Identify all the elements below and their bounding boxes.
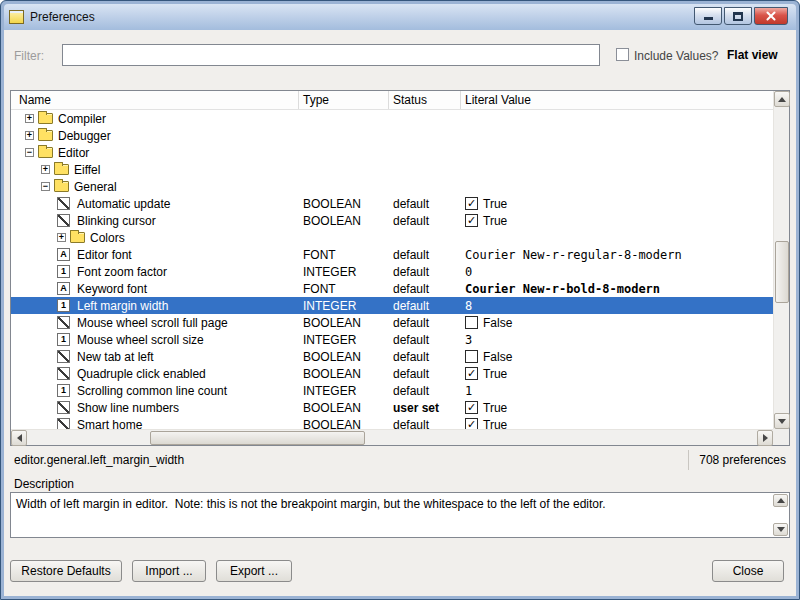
- checked-checkbox-icon[interactable]: [465, 214, 478, 227]
- checked-checkbox-icon[interactable]: [465, 367, 478, 380]
- int-pref-icon: 1: [57, 299, 70, 312]
- titlebar[interactable]: Preferences: [4, 4, 796, 30]
- row-name: Automatic update: [76, 197, 170, 211]
- row-status: default: [389, 297, 461, 314]
- name-cell: Smart home: [11, 416, 299, 429]
- row-value: True: [461, 365, 773, 382]
- unchecked-checkbox-icon[interactable]: [465, 350, 478, 363]
- checked-checkbox-icon[interactable]: [465, 197, 478, 210]
- tree-row[interactable]: −General: [11, 178, 773, 195]
- tree-row[interactable]: Smart homeBOOLEANdefaultTrue: [11, 416, 773, 429]
- row-status: default: [389, 263, 461, 280]
- vertical-scrollbar-thumb[interactable]: [775, 241, 789, 303]
- arrow-up-icon: [777, 494, 785, 503]
- export-button[interactable]: Export ...: [216, 560, 292, 582]
- row-status: [389, 161, 461, 178]
- tree-row[interactable]: −Editor: [11, 144, 773, 161]
- value-text: True: [483, 367, 507, 381]
- tree-row[interactable]: 1Left margin widthINTEGERdefault8: [11, 297, 773, 314]
- tree-row[interactable]: 1Font zoom factorINTEGERdefault0: [11, 263, 773, 280]
- tree-row[interactable]: Automatic updateBOOLEANdefaultTrue: [11, 195, 773, 212]
- row-name: Show line numbers: [76, 401, 179, 415]
- bool-pref-icon: [57, 418, 70, 429]
- scroll-right-button[interactable]: [757, 430, 773, 446]
- collapse-icon[interactable]: −: [41, 182, 50, 191]
- row-name: Mouse wheel scroll full page: [76, 316, 228, 330]
- tree-row[interactable]: New tab at leftBOOLEANdefaultFalse: [11, 348, 773, 365]
- row-name: Keyword font: [76, 282, 147, 296]
- preferences-window: Preferences Filter: Include Values? Flat…: [0, 0, 800, 600]
- checked-checkbox-icon[interactable]: [465, 418, 478, 429]
- tree-row[interactable]: 1Mouse wheel scroll sizeINTEGERdefault3: [11, 331, 773, 348]
- row-status: [389, 144, 461, 161]
- row-status: [389, 110, 461, 127]
- window-close-button[interactable]: [754, 7, 788, 25]
- description-scroll-up-button[interactable]: [773, 494, 788, 507]
- expand-icon[interactable]: +: [25, 114, 34, 123]
- statusbar: editor.general.left_margin_width 708 pre…: [10, 450, 790, 470]
- folder-icon: [38, 147, 53, 158]
- name-cell: +Eiffel: [11, 161, 299, 178]
- vertical-scrollbar[interactable]: [773, 91, 789, 429]
- row-type: BOOLEAN: [299, 195, 389, 212]
- filter-label: Filter:: [14, 49, 44, 63]
- horizontal-scrollbar-thumb[interactable]: [150, 431, 365, 445]
- row-value: True: [461, 195, 773, 212]
- tree-row[interactable]: Show line numbersBOOLEANuser setTrue: [11, 399, 773, 416]
- expand-icon[interactable]: +: [57, 233, 66, 242]
- import-button[interactable]: Import ...: [132, 560, 206, 582]
- name-cell: −Editor: [11, 144, 299, 161]
- close-dialog-button[interactable]: Close: [712, 560, 784, 582]
- minimize-button[interactable]: [694, 7, 722, 25]
- column-header-value[interactable]: Literal Value: [461, 91, 773, 109]
- row-value: [461, 127, 773, 144]
- scroll-down-button[interactable]: [774, 413, 790, 429]
- column-header-status[interactable]: Status: [389, 91, 461, 109]
- row-name: Smart home: [76, 418, 142, 430]
- tree-row[interactable]: AEditor fontFONTdefaultCourier New-r-reg…: [11, 246, 773, 263]
- row-value: 1: [461, 382, 773, 399]
- expand-icon[interactable]: +: [41, 165, 50, 174]
- tree-row[interactable]: +Debugger: [11, 127, 773, 144]
- restore-defaults-button[interactable]: Restore Defaults: [10, 560, 122, 582]
- tree-row[interactable]: Quadruple click enabledBOOLEANdefaultTru…: [11, 365, 773, 382]
- include-values-checkbox[interactable]: [616, 48, 629, 61]
- column-header-type[interactable]: Type: [299, 91, 389, 109]
- scroll-left-button[interactable]: [11, 430, 27, 446]
- description-label: Description: [14, 477, 74, 491]
- value-text: True: [483, 214, 507, 228]
- maximize-icon: [733, 12, 743, 21]
- description-text: Width of left margin in editor. Note: th…: [11, 493, 789, 515]
- checked-checkbox-icon[interactable]: [465, 401, 478, 414]
- collapse-icon[interactable]: −: [25, 148, 34, 157]
- row-status: default: [389, 246, 461, 263]
- row-status: default: [389, 280, 461, 297]
- row-type: FONT: [299, 280, 389, 297]
- caption-buttons: [692, 7, 788, 25]
- row-type: FONT: [299, 246, 389, 263]
- value-text: 3: [465, 333, 472, 347]
- scroll-up-button[interactable]: [774, 91, 790, 107]
- tree-row[interactable]: +Eiffel: [11, 161, 773, 178]
- row-name: Debugger: [57, 129, 111, 143]
- row-value: False: [461, 314, 773, 331]
- expand-icon[interactable]: +: [25, 131, 34, 140]
- description-scroll-down-button[interactable]: [773, 523, 788, 536]
- flat-view-toggle[interactable]: Flat view: [727, 48, 778, 62]
- row-type: BOOLEAN: [299, 314, 389, 331]
- int-pref-icon: 1: [57, 333, 70, 346]
- row-type: BOOLEAN: [299, 212, 389, 229]
- tree-row[interactable]: 1Scrolling common line countINTEGERdefau…: [11, 382, 773, 399]
- filter-input[interactable]: [62, 44, 600, 66]
- tree-row[interactable]: Mouse wheel scroll full pageBOOLEANdefau…: [11, 314, 773, 331]
- tree-row[interactable]: +Compiler: [11, 110, 773, 127]
- column-header-name[interactable]: Name: [11, 91, 299, 109]
- tree-row[interactable]: +Colors: [11, 229, 773, 246]
- horizontal-scrollbar[interactable]: [11, 429, 773, 445]
- dialog-body: Filter: Include Values? Flat view Name T…: [4, 30, 796, 596]
- tree-row[interactable]: AKeyword fontFONTdefaultCourier New-r-bo…: [11, 280, 773, 297]
- unchecked-checkbox-icon[interactable]: [465, 316, 478, 329]
- tree-row[interactable]: Blinking cursorBOOLEANdefaultTrue: [11, 212, 773, 229]
- value-text: False: [483, 316, 512, 330]
- maximize-button[interactable]: [724, 7, 752, 25]
